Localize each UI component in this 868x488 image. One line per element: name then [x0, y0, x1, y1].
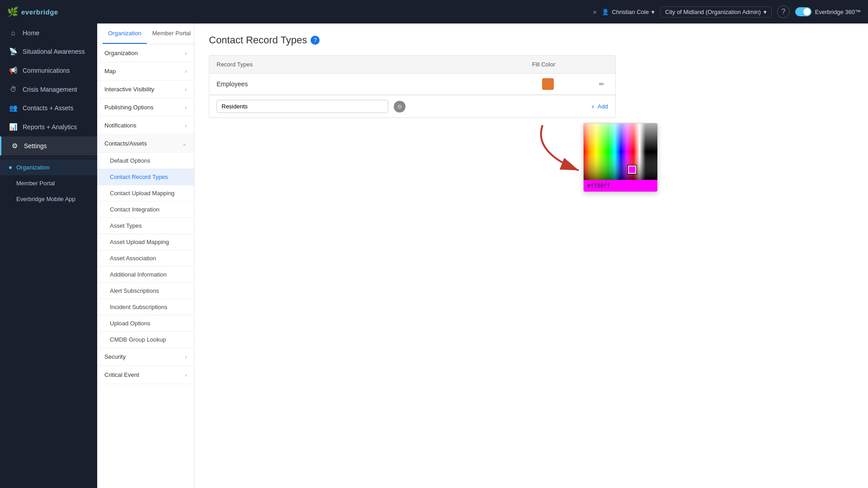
- chevron-contacts-assets-icon: ⌄: [182, 141, 187, 147]
- situational-awareness-icon: 📡: [9, 47, 17, 56]
- submenu-default-options[interactable]: Default Options: [97, 153, 194, 169]
- sidebar-item-contacts-assets[interactable]: 👥 Contacts + Assets: [0, 99, 97, 117]
- chevron-critical-event-icon: ›: [185, 372, 187, 378]
- submenu-contact-record-types[interactable]: Contact Record Types: [97, 169, 194, 185]
- sidebar-sub-label-mobile: Everbridge Mobile App: [16, 196, 75, 202]
- submenu-contact-upload-mapping[interactable]: Contact Upload Mapping: [97, 185, 194, 202]
- menu-label-publishing-options: Publishing Options: [104, 104, 153, 111]
- sidebar-label-communications: Communications: [23, 67, 70, 74]
- tab-member-portal[interactable]: Member Portal: [147, 23, 194, 44]
- menu-label-map: Map: [104, 68, 116, 75]
- menu-security[interactable]: Security ›: [97, 348, 194, 366]
- sidebar-item-crisis-management[interactable]: ⏱ Crisis Management: [0, 80, 97, 99]
- color-swatch-employees[interactable]: [542, 78, 554, 90]
- menu-map[interactable]: Map ›: [97, 62, 194, 80]
- left-sidebar: ⌂ Home 📡 Situational Awareness 📢 Communi…: [0, 23, 97, 488]
- col-header-fill-color: Fill Color: [525, 56, 615, 73]
- submenu-asset-upload-mapping[interactable]: Asset Upload Mapping: [97, 234, 194, 250]
- sidebar-item-reports-analytics[interactable]: 📊 Reports + Analytics: [0, 117, 97, 136]
- menu-label-interactive-visibility: Interactive Visibility: [104, 86, 154, 93]
- submenu-upload-options[interactable]: Upload Options: [97, 315, 194, 332]
- table-row-employees: Employees ✏: [209, 74, 615, 95]
- help-button[interactable]: ?: [777, 5, 790, 18]
- sidebar-label-crisis-management: Crisis Management: [23, 86, 77, 93]
- logo: 🌿 everbridge: [7, 6, 58, 17]
- toggle-360-label: Everbridge 360™: [815, 9, 861, 15]
- user-icon: 👤: [602, 9, 609, 15]
- menu-interactive-visibility[interactable]: Interactive Visibility ›: [97, 80, 194, 99]
- secondary-sidebar: Organization Member Portal Everbridge Mo…: [97, 23, 194, 488]
- submenu-incident-subscriptions[interactable]: Incident Subscriptions: [97, 299, 194, 315]
- chevron-interactive-visibility-icon: ›: [185, 86, 187, 93]
- menu-label-security: Security: [104, 353, 126, 360]
- menu-organization[interactable]: Organization ›: [97, 44, 194, 62]
- menu-label-critical-event: Critical Event: [104, 371, 139, 378]
- add-record-row: ⊙ ＋ Add: [209, 95, 615, 117]
- page-help-button[interactable]: ?: [311, 36, 320, 45]
- record-types-table: Record Types Fill Color Employees ✏ ⊙ ＋ …: [209, 55, 616, 118]
- sidebar-item-home[interactable]: ⌂ Home: [0, 23, 97, 42]
- record-type-name-employees: Employees: [217, 80, 542, 88]
- organization-dot: [9, 166, 12, 169]
- sidebar-sub-member-portal[interactable]: Member Portal: [0, 175, 97, 191]
- toggle-360-switch[interactable]: [795, 7, 811, 16]
- crisis-management-icon: ⏱: [9, 85, 17, 93]
- submenu-asset-types[interactable]: Asset Types: [97, 218, 194, 234]
- menu-contacts-assets[interactable]: Contacts/Assets ⌄: [97, 135, 194, 153]
- communications-icon: 📢: [9, 66, 17, 75]
- submenu-cmdb-group-lookup[interactable]: CMDB Group Lookup: [97, 332, 194, 348]
- menu-critical-event[interactable]: Critical Event ›: [97, 366, 194, 384]
- sidebar-label-settings: Settings: [24, 142, 47, 150]
- sidebar-sub-label-organization: Organization: [16, 164, 50, 171]
- sidebar-sub-label-member-portal: Member Portal: [16, 180, 55, 187]
- sidebar-sub-organization[interactable]: Organization: [0, 160, 97, 175]
- table-header: Record Types Fill Color: [209, 56, 615, 74]
- user-menu-button[interactable]: 👤 Christian Cole ▾: [602, 9, 655, 15]
- sidebar-sub-everbridge-mobile[interactable]: Everbridge Mobile App: [0, 191, 97, 207]
- org-chevron-icon: ▾: [764, 9, 767, 15]
- color-picker-canvas[interactable]: [584, 123, 658, 180]
- chevron-security-icon: ›: [185, 354, 187, 360]
- color-picker-button-new[interactable]: ⊙: [394, 101, 406, 113]
- secondary-tabs: Organization Member Portal Everbridge Mo…: [97, 23, 194, 44]
- sidebar-label-contacts-assets: Contacts + Assets: [23, 104, 73, 112]
- submenu-additional-information[interactable]: Additional Information: [97, 267, 194, 283]
- main-layout: ⌂ Home 📡 Situational Awareness 📢 Communi…: [0, 23, 868, 488]
- add-button[interactable]: ＋ Add: [590, 103, 608, 111]
- nav-arrows-button[interactable]: »: [593, 8, 597, 15]
- chevron-notifications-icon: ›: [185, 122, 187, 129]
- new-record-type-input[interactable]: [217, 100, 388, 113]
- sidebar-label-situational-awareness: Situational Awareness: [23, 48, 85, 55]
- submenu-contacts-assets: Default Options Contact Record Types Con…: [97, 153, 194, 348]
- sidebar-item-communications[interactable]: 📢 Communications: [0, 61, 97, 80]
- chevron-organization-icon: ›: [185, 50, 187, 56]
- tab-organization[interactable]: Organization: [103, 23, 147, 44]
- chevron-map-icon: ›: [185, 68, 187, 75]
- sidebar-label-reports-analytics: Reports + Analytics: [23, 123, 77, 131]
- edit-button-employees[interactable]: ✏: [595, 79, 608, 89]
- logo-container: 🌿 everbridge: [7, 6, 58, 17]
- contacts-assets-icon: 👥: [9, 104, 17, 112]
- add-label: Add: [598, 103, 608, 110]
- logo-text: everbridge: [21, 8, 58, 16]
- color-picker-popup: #ff00ff: [583, 123, 658, 192]
- menu-notifications[interactable]: Notifications ›: [97, 117, 194, 135]
- logo-icon: 🌿: [7, 6, 19, 17]
- org-label: City of Midland (Organization Admin): [665, 9, 761, 15]
- org-menu-button[interactable]: City of Midland (Organization Admin) ▾: [660, 6, 772, 18]
- sidebar-label-home: Home: [23, 29, 39, 37]
- sidebar-item-settings[interactable]: ⚙ Settings: [0, 136, 97, 155]
- menu-label-contacts-assets: Contacts/Assets: [104, 140, 147, 147]
- menu-publishing-options[interactable]: Publishing Options ›: [97, 99, 194, 117]
- toggle-360-container: Everbridge 360™: [795, 7, 861, 16]
- submenu-asset-association[interactable]: Asset Association: [97, 250, 194, 267]
- settings-icon: ⚙: [10, 142, 19, 150]
- col-header-record-types: Record Types: [209, 56, 525, 73]
- submenu-alert-subscriptions[interactable]: Alert Subscriptions: [97, 283, 194, 299]
- content-area: Contact Record Types ? Record Types Fill…: [194, 23, 868, 488]
- top-nav-right: » 👤 Christian Cole ▾ City of Midland (Or…: [593, 5, 861, 18]
- sidebar-item-situational-awareness[interactable]: 📡 Situational Awareness: [0, 42, 97, 61]
- user-chevron-icon: ▾: [651, 9, 655, 15]
- submenu-contact-integration[interactable]: Contact Integration: [97, 202, 194, 218]
- chevron-publishing-options-icon: ›: [185, 104, 187, 111]
